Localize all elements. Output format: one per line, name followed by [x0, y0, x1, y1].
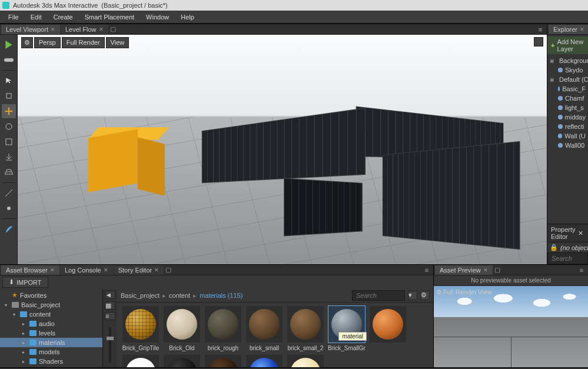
tab-asset-preview[interactable]: Asset Preview✕ — [435, 265, 493, 275]
folder-levels[interactable]: ▸levels — [0, 328, 102, 338]
property-search-input[interactable]: Search — [547, 252, 588, 264]
level-viewport[interactable]: ⚙ Persp Full Render View — [18, 35, 547, 264]
camera-mode-dropdown[interactable]: Persp — [34, 37, 61, 48]
menu-smart-placement[interactable]: Smart Placement — [79, 12, 140, 22]
property-editor-header: Property Editor ✕ ≡ — [547, 224, 588, 242]
layer-default[interactable]: ▣Default (Cu — [547, 75, 588, 84]
material-item[interactable]: brick_small — [245, 306, 283, 351]
panel-menu-icon[interactable]: ≡ — [578, 267, 585, 274]
select-tool[interactable] — [2, 74, 16, 88]
add-new-layer-button[interactable]: + Add New Layer — [547, 36, 588, 54]
snap-down-tool[interactable] — [2, 150, 16, 164]
rotate-tool[interactable] — [2, 119, 16, 134]
thumbnail-size-slider[interactable] — [109, 327, 111, 363]
item-wall-u[interactable]: Wall (U — [547, 131, 588, 141]
close-icon[interactable]: ✕ — [99, 26, 104, 32]
material-item-selected[interactable]: Brick_SmallGreyTilematerial — [328, 306, 366, 351]
menu-help[interactable]: Help — [175, 12, 200, 22]
asset-search-input[interactable]: Search — [352, 290, 405, 301]
item-reflection[interactable]: reflecti — [547, 122, 588, 131]
move-tool[interactable] — [2, 104, 16, 118]
menu-create[interactable]: Create — [48, 12, 79, 22]
material-item[interactable] — [287, 355, 324, 367]
grid-tool[interactable] — [2, 165, 16, 179]
favorites-node[interactable]: ★Favorites — [0, 290, 102, 300]
filter-icon[interactable]: ▾ — [408, 291, 417, 300]
close-icon[interactable]: ✕ — [104, 267, 108, 273]
folder-shaders[interactable]: ▸Shaders — [0, 357, 102, 366]
svg-rect-3 — [6, 139, 12, 145]
back-button[interactable]: ◄ — [105, 291, 115, 299]
list-view-button[interactable]: ≡ — [105, 312, 115, 320]
material-item[interactable]: Brick_GripTile — [122, 306, 160, 351]
material-item[interactable] — [369, 306, 407, 351]
material-item[interactable] — [204, 355, 242, 367]
tab-level-viewport[interactable]: Level Viewport ✕ — [1, 25, 60, 34]
add-tab-button[interactable]: ▢ — [164, 266, 172, 274]
material-item[interactable]: brick_rough — [204, 306, 242, 351]
paint-tool[interactable] — [2, 222, 16, 236]
material-item[interactable]: Brick_Old — [163, 306, 201, 351]
preview-viewport[interactable]: ⚙ Full Render View — [434, 286, 588, 367]
close-icon[interactable]: ✕ — [578, 230, 583, 237]
add-tab-button[interactable]: ▢ — [493, 266, 501, 274]
close-icon[interactable]: ✕ — [50, 267, 55, 273]
item-midday[interactable]: midday — [547, 112, 588, 122]
tab-level-flow[interactable]: Level Flow ✕ — [61, 25, 108, 34]
folder-models[interactable]: ▸models — [0, 347, 102, 357]
close-icon[interactable]: ✕ — [154, 267, 159, 273]
crumb-project[interactable]: Basic_project — [121, 292, 160, 299]
tab-explorer[interactable]: Explorer ✕ — [549, 25, 588, 34]
item-basic[interactable]: Basic_F — [547, 84, 588, 94]
panel-menu-icon[interactable]: ≡ — [537, 26, 544, 33]
breadcrumb: Basic_project▸ content▸ materials (115) … — [117, 289, 433, 302]
tab-asset-browser[interactable]: Asset Browser✕ — [1, 265, 59, 275]
close-icon[interactable]: ✕ — [580, 26, 584, 32]
close-icon[interactable]: ✕ — [51, 26, 55, 32]
panel-menu-icon[interactable]: ≡ — [423, 267, 430, 274]
gear-icon[interactable]: ⚙ — [420, 291, 430, 300]
render-mode-dropdown[interactable]: Full Render — [62, 37, 105, 48]
item-skydome[interactable]: Skydo — [547, 65, 588, 75]
import-button[interactable]: ⬇ IMPORT — [2, 277, 48, 288]
folder-audio[interactable]: ▸audio — [0, 319, 102, 328]
lock-icon: 🔒 — [550, 244, 558, 251]
gamepad-icon[interactable] — [2, 53, 16, 67]
material-item[interactable] — [122, 355, 160, 367]
viewport-settings-icon[interactable]: ⚙ — [21, 37, 33, 48]
project-root-node[interactable]: ▾Basic_project — [0, 300, 102, 310]
content-node[interactable]: ▾content — [0, 310, 102, 319]
tab-story-editor[interactable]: Story Editor✕ — [114, 265, 164, 275]
material-item[interactable]: brick_small_2 — [287, 306, 324, 351]
scale-tool[interactable] — [2, 135, 16, 149]
menu-file[interactable]: File — [2, 12, 25, 22]
item-chamfer[interactable]: Chamf — [547, 94, 588, 103]
light-tool[interactable] — [2, 201, 16, 215]
grid-view-button[interactable]: ▦ — [105, 301, 115, 310]
play-button[interactable] — [2, 38, 16, 52]
crumb-materials[interactable]: materials (115) — [200, 292, 242, 299]
close-icon[interactable]: ✕ — [483, 267, 488, 273]
material-item[interactable] — [245, 355, 283, 367]
explorer-panel: Explorer ✕ Crea + Add New Layer ▣Backgro… — [547, 24, 588, 264]
folder-textures[interactable]: ▸textures — [0, 366, 102, 367]
folder-materials[interactable]: ▸materials — [0, 338, 102, 347]
maximize-viewport-icon[interactable] — [534, 37, 543, 46]
material-item[interactable] — [163, 355, 201, 367]
crumb-content[interactable]: content — [169, 292, 190, 299]
property-status: 🔒 (no object sel — [547, 242, 588, 252]
menu-window[interactable]: Window — [140, 12, 175, 22]
layer-background[interactable]: ▣Background — [547, 56, 588, 65]
item-wall00[interactable]: Wall00 — [547, 141, 588, 150]
place-tool[interactable] — [2, 89, 16, 103]
tab-log-console[interactable]: Log Console✕ — [60, 265, 113, 275]
item-light[interactable]: light_s — [547, 103, 588, 112]
view-dropdown[interactable]: View — [106, 37, 129, 48]
menu-edit[interactable]: Edit — [25, 12, 48, 22]
add-tab-button[interactable]: ▢ — [109, 25, 117, 33]
viewport-left-toolbar — [0, 35, 18, 264]
tab-label: Explorer — [553, 26, 577, 33]
scene-cube — [88, 123, 165, 188]
measure-tool[interactable] — [2, 186, 16, 200]
preview-sky — [434, 286, 588, 317]
